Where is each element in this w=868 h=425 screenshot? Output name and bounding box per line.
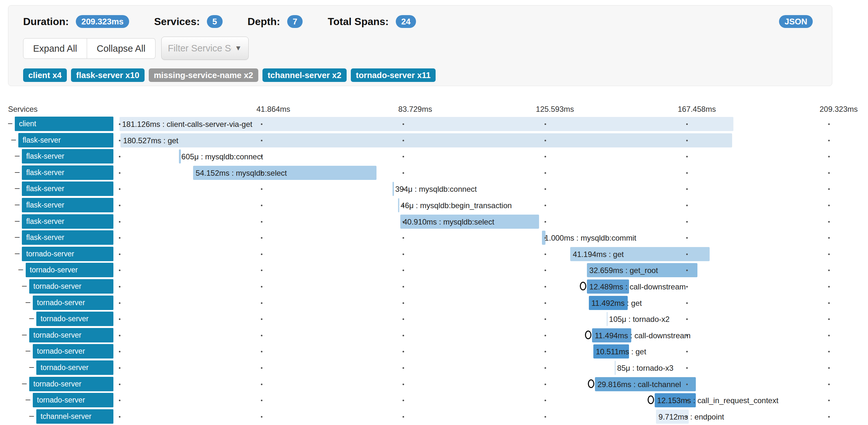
service-tag-pill[interactable]: tornado-server x11 <box>351 68 436 82</box>
span-row[interactable]: −tornado-server29.816ms : call-tchannel <box>8 376 868 393</box>
gridline-dot <box>545 302 546 304</box>
span-duration-bar[interactable] <box>398 198 399 212</box>
span-label: 85μ : tornado-x3 <box>617 360 673 376</box>
gridline-dot <box>403 335 404 336</box>
trace-stat: Services:5 <box>154 15 223 28</box>
span-row[interactable]: −tornado-server11.494ms : call-downstrea… <box>8 327 868 344</box>
filter-service-dropdown[interactable]: Filter Service Se... ▼ <box>161 37 249 60</box>
service-name-box[interactable]: tornado-server <box>29 328 114 342</box>
collapse-toggle[interactable]: − <box>10 132 17 148</box>
collapse-toggle[interactable]: − <box>13 165 21 181</box>
span-row[interactable]: −tornado-server12.153ms : call_in_reques… <box>8 392 868 408</box>
collapse-toggle[interactable]: − <box>21 327 28 343</box>
gridline-dot <box>828 253 830 255</box>
service-name-box[interactable]: tornado-server <box>33 296 114 310</box>
service-name-box[interactable]: tornado-server <box>22 247 114 261</box>
gridline-dot <box>261 384 262 385</box>
span-row[interactable]: −tornado-server12.489ms : call-downstrea… <box>8 278 868 295</box>
stat-value-badge: 24 <box>396 15 416 28</box>
span-row[interactable]: −tornado-server32.659ms : get_root <box>8 262 868 278</box>
gridline-dot <box>261 318 262 320</box>
gridline-dot <box>119 400 121 401</box>
span-row[interactable]: −tornado-server10.511ms : get <box>8 343 868 360</box>
gridline-dot <box>686 221 688 223</box>
service-name-box[interactable]: flask-server <box>22 149 114 163</box>
collapse-toggle[interactable]: − <box>28 311 35 327</box>
collapse-toggle[interactable]: − <box>13 230 21 246</box>
gridline-dot <box>545 156 546 157</box>
gridline-dot <box>403 253 404 255</box>
collapse-toggle[interactable]: − <box>13 246 21 262</box>
trace-controls-row: Expand All Collapse All Filter Service S… <box>23 38 249 60</box>
collapse-toggle[interactable]: − <box>13 197 21 213</box>
collapse-toggle[interactable]: − <box>17 262 25 278</box>
span-duration-bar[interactable] <box>615 361 616 375</box>
span-row[interactable]: −tchannel-server9.712ms : endpoint <box>8 408 868 425</box>
stat-value-badge: 7 <box>287 15 303 28</box>
gridline-dot <box>119 270 121 271</box>
service-name-box[interactable]: tornado-server <box>33 344 114 359</box>
span-row[interactable]: −tornado-server105μ : tornado-x2 <box>8 311 868 327</box>
gridline-dot <box>686 286 688 287</box>
span-row[interactable]: −flask-server1.000ms : mysqldb:commit <box>8 230 868 246</box>
collapse-toggle[interactable]: − <box>13 148 21 164</box>
gridline-dot <box>261 221 262 223</box>
span-label: 10.511ms : get <box>596 343 646 360</box>
gridline-dot <box>545 221 546 223</box>
collapse-toggle[interactable]: − <box>28 360 35 376</box>
span-row[interactable]: −flask-server605μ : mysqldb:connect <box>8 148 868 165</box>
service-name-box[interactable]: flask-server <box>22 182 114 196</box>
span-row[interactable]: −flask-server46μ : mysqldb:begin_transac… <box>8 197 868 214</box>
span-duration-bar[interactable] <box>393 182 394 196</box>
span-duration-bar[interactable] <box>607 312 608 326</box>
collapse-toggle[interactable]: − <box>21 278 28 295</box>
gridline-dot <box>119 188 121 190</box>
span-row[interactable]: −tornado-server11.492ms : get <box>8 295 868 311</box>
service-tag-pill[interactable]: flask-server x10 <box>71 68 145 82</box>
span-duration-bar[interactable] <box>121 133 732 147</box>
service-name-box[interactable]: tornado-server <box>29 377 114 391</box>
collapse-all-button[interactable]: Collapse All <box>87 38 155 59</box>
collapse-toggle[interactable]: − <box>28 408 35 425</box>
service-name-box[interactable]: tornado-server <box>36 312 114 326</box>
service-tag-pill[interactable]: tchannel-server x2 <box>262 68 347 82</box>
gridline-dot <box>686 172 688 174</box>
collapse-toggle[interactable]: − <box>24 295 32 311</box>
gridline-dot <box>545 205 546 206</box>
service-tag-pill[interactable]: client x4 <box>23 68 67 82</box>
gridline-dot <box>545 172 546 174</box>
service-name-box[interactable]: flask-server <box>22 198 114 212</box>
service-name-box[interactable]: flask-server <box>18 133 114 147</box>
service-name-box[interactable]: tornado-server <box>29 279 114 294</box>
span-row[interactable]: −client181.126ms : client-calls-server-v… <box>8 116 868 132</box>
span-row[interactable]: −tornado-server85μ : tornado-x3 <box>8 360 868 376</box>
service-name-box[interactable]: flask-server <box>22 214 114 229</box>
gridline-dot <box>686 351 688 353</box>
collapse-toggle[interactable]: − <box>8 116 14 132</box>
span-row[interactable]: −flask-server40.910ms : mysqldb:select <box>8 214 868 230</box>
expand-all-button[interactable]: Expand All <box>23 38 87 59</box>
service-name-box[interactable]: flask-server <box>22 165 114 180</box>
gridline-dot <box>828 335 830 336</box>
collapse-toggle[interactable]: − <box>24 392 32 408</box>
collapse-toggle[interactable]: − <box>13 181 21 197</box>
collapse-toggle[interactable]: − <box>21 376 28 392</box>
span-row[interactable]: −flask-server394μ : mysqldb:connect <box>8 181 868 197</box>
span-row[interactable]: −flask-server180.527ms : get <box>8 132 868 149</box>
span-duration-bar[interactable] <box>179 149 181 163</box>
gridline-dot <box>261 270 262 271</box>
service-name-box[interactable]: tchannel-server <box>36 409 114 424</box>
json-button[interactable]: JSON <box>779 15 813 28</box>
span-track: 29.816ms : call-tchannel <box>120 376 868 393</box>
service-tag-pill[interactable]: missing-service-name x2 <box>149 68 258 82</box>
collapse-toggle[interactable]: − <box>13 214 21 230</box>
service-name-box[interactable]: tornado-server <box>26 263 114 277</box>
service-name-box[interactable]: client <box>15 117 114 131</box>
service-name-box[interactable]: flask-server <box>22 230 114 245</box>
stat-label: Duration: <box>23 16 69 28</box>
service-name-box[interactable]: tornado-server <box>36 360 114 375</box>
collapse-toggle[interactable]: − <box>24 343 32 360</box>
span-row[interactable]: −tornado-server41.194ms : get <box>8 246 868 263</box>
span-row[interactable]: −flask-server54.152ms : mysqldb:select <box>8 165 868 181</box>
service-name-box[interactable]: tornado-server <box>33 393 114 407</box>
